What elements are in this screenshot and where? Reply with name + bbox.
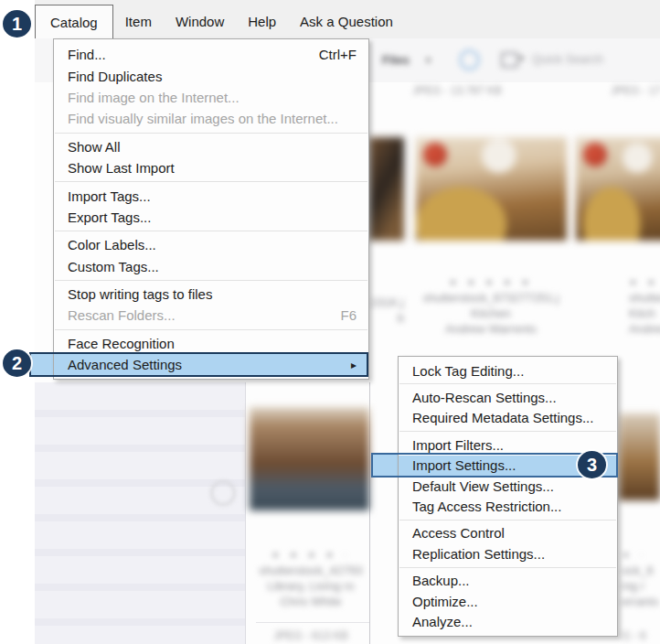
- menu-item-label: Tag Access Restriction...: [412, 499, 561, 514]
- thumbnail-caption: ★ ★ ★ shutterstock_6 Kitch Andrew W: [629, 274, 660, 337]
- thumbnail-caption: ★ ★ ★ ★ ★ shutterstock_673277251.j Kitch…: [386, 274, 596, 337]
- menu-item-color-labels[interactable]: Color Labels...: [54, 234, 368, 255]
- menu-item-lock-tag-editing[interactable]: Lock Tag Editing...: [399, 360, 617, 381]
- thumbnail-caption: ★ · ock_6 ing r errants: [622, 547, 660, 609]
- star-rating[interactable]: ★ ·: [622, 547, 660, 563]
- menu-item-replication-settings[interactable]: Replication Settings...: [399, 543, 617, 564]
- photo-thumbnail[interactable]: [576, 137, 660, 241]
- menu-item-show-last-import[interactable]: Show Last Import: [54, 157, 368, 178]
- menu-item-label: Stop writing tags to files: [68, 286, 212, 302]
- menubar-item-help[interactable]: Help: [236, 5, 288, 38]
- chevron-down-icon: ▾: [426, 55, 431, 65]
- menu-separator: [399, 520, 616, 521]
- menu-item-label: Required Metadata Settings...: [412, 410, 593, 425]
- placeholder-circle-icon: [210, 480, 236, 506]
- menu-item-label: Default View Settings...: [412, 478, 554, 494]
- photo-thumbnail[interactable]: [416, 137, 567, 241]
- menu-separator: [55, 133, 367, 134]
- menu-item-label: Find image on the Internet...: [68, 90, 240, 105]
- menu-item-label: Find Duplicates: [68, 69, 162, 84]
- menu-separator: [55, 181, 367, 182]
- menu-item-access-control[interactable]: Access Control: [399, 523, 617, 543]
- red-flag-icon: [583, 143, 607, 166]
- menubar-item-catalog[interactable]: Catalog: [35, 5, 113, 38]
- annotation-highlight-patch: [30, 354, 54, 376]
- menu-item-label: Import Tags...: [68, 188, 151, 204]
- star-rating[interactable]: ★ ★ ★: [629, 274, 660, 290]
- red-flag-icon: [423, 143, 447, 166]
- menu-item-custom-tags[interactable]: Custom Tags...: [54, 256, 368, 277]
- menu-item-label: Show Last Import: [68, 160, 175, 176]
- menu-item-label: Advanced Settings: [68, 357, 182, 372]
- menu-separator: [55, 329, 367, 330]
- menu-item-label: Custom Tags...: [68, 259, 159, 274]
- thumbnail-caption: ★ ★ ★ ★ · shutterstock_42793 Library, Li…: [206, 547, 416, 609]
- star-rating[interactable]: ★ ★ ★ ★ ·: [206, 547, 416, 563]
- menu-item-optimize[interactable]: Optimize...: [399, 591, 617, 611]
- menu-item-auto-rescan-settings[interactable]: Auto-Rescan Settings...: [399, 387, 617, 407]
- file-size-caption: JPEG - 17: [611, 84, 660, 97]
- menu-item-label: Face Recognition: [68, 336, 175, 351]
- menu-item-label: Auto-Rescan Settings...: [412, 390, 557, 405]
- menu-item-advanced-settings[interactable]: Advanced Settings▸: [54, 354, 368, 375]
- menu-item-default-view-settings[interactable]: Default View Settings...: [399, 476, 617, 496]
- menu-item-label: Find...: [68, 47, 106, 62]
- menu-item-required-metadata-settings[interactable]: Required Metadata Settings...: [399, 408, 617, 428]
- menu-separator: [399, 567, 616, 568]
- menu-item-find-image-on-the-internet[interactable]: Find image on the Internet...: [54, 87, 368, 108]
- menu-item-label: Analyze...: [412, 614, 473, 629]
- menu-item-tag-access-restriction[interactable]: Tag Access Restriction...: [399, 496, 617, 516]
- menu-separator: [399, 431, 616, 432]
- menu-item-face-recognition[interactable]: Face Recognition: [54, 333, 368, 354]
- refresh-icon[interactable]: [459, 49, 480, 70]
- menu-item-import-tags[interactable]: Import Tags...: [54, 185, 368, 206]
- page-margin: [0, 0, 35, 644]
- step-2-badge: 2: [3, 349, 31, 377]
- menu-item-backup[interactable]: Backup...: [399, 571, 617, 591]
- quick-search-input[interactable]: Quick Search: [532, 52, 603, 66]
- menu-item-label: Rescan Folders...: [68, 307, 176, 323]
- photo-thumbnail[interactable]: [369, 137, 404, 241]
- photo-thumbnail[interactable]: [250, 407, 369, 510]
- menu-item-label: Optimize...: [412, 594, 478, 609]
- star-rating[interactable]: ★ ★ ★ ★ ★: [386, 274, 596, 290]
- file-size-caption: G - 6: [622, 629, 660, 642]
- menu-item-stop-writing-tags-to-files[interactable]: Stop writing tags to files: [54, 284, 368, 305]
- file-size-caption: JPEG - 613 KB: [206, 629, 416, 642]
- menu-item-rescan-folders[interactable]: Rescan Folders...F6: [54, 305, 368, 326]
- menu-item-find-duplicates[interactable]: Find Duplicates: [54, 65, 368, 86]
- menu-separator: [55, 280, 367, 281]
- step-3-badge: 3: [578, 451, 606, 478]
- step-1-badge: 1: [3, 10, 31, 38]
- file-size-caption: JPEG - 13.787 KB: [384, 84, 530, 97]
- catalog-menu: Find...Ctrl+FFind DuplicatesFind image o…: [53, 38, 369, 380]
- search-filter-icon[interactable]: [501, 52, 518, 68]
- menu-item-label: Backup...: [412, 573, 470, 588]
- chevron-down-icon: ▾: [519, 53, 524, 63]
- menu-separator: [55, 231, 367, 231]
- menubar-item-item[interactable]: Item: [113, 5, 164, 38]
- menu-item-label: Import Filters...: [412, 437, 504, 453]
- menu-item-export-tags[interactable]: Export Tags...: [54, 207, 368, 228]
- photo-thumbnail[interactable]: [619, 413, 660, 500]
- menu-item-find-visually-similar-images-on-the-internet[interactable]: Find visually similar images on the Inte…: [54, 108, 368, 129]
- menu-shortcut: Ctrl+F: [292, 47, 357, 62]
- caption-divider: [256, 622, 369, 623]
- menu-item-label: Export Tags...: [68, 209, 151, 225]
- menu-item-label: Access Control: [412, 525, 505, 541]
- menu-item-analyze[interactable]: Analyze...: [399, 611, 617, 631]
- menubar-item-window[interactable]: Window: [164, 5, 236, 38]
- menubar-item-ask-a-question[interactable]: Ask a Question: [288, 5, 405, 38]
- menu-item-show-all[interactable]: Show All: [54, 136, 368, 157]
- menu-item-label: Color Labels...: [68, 237, 156, 252]
- annotation-highlight-patch: [372, 455, 399, 477]
- menu-item-label: Import Settings...: [412, 457, 516, 473]
- menu-item-find[interactable]: Find...Ctrl+F: [54, 44, 368, 65]
- menu-separator: [399, 383, 616, 384]
- files-dropdown[interactable]: Files: [382, 53, 410, 67]
- menu-shortcut: F6: [313, 307, 357, 323]
- menu-item-label: Replication Settings...: [412, 546, 545, 562]
- menu-item-label: Show All: [68, 139, 121, 155]
- menu-item-label: Find visually similar images on the Inte…: [68, 111, 338, 126]
- menubar: CatalogItemWindowHelpAsk a Question: [35, 5, 405, 38]
